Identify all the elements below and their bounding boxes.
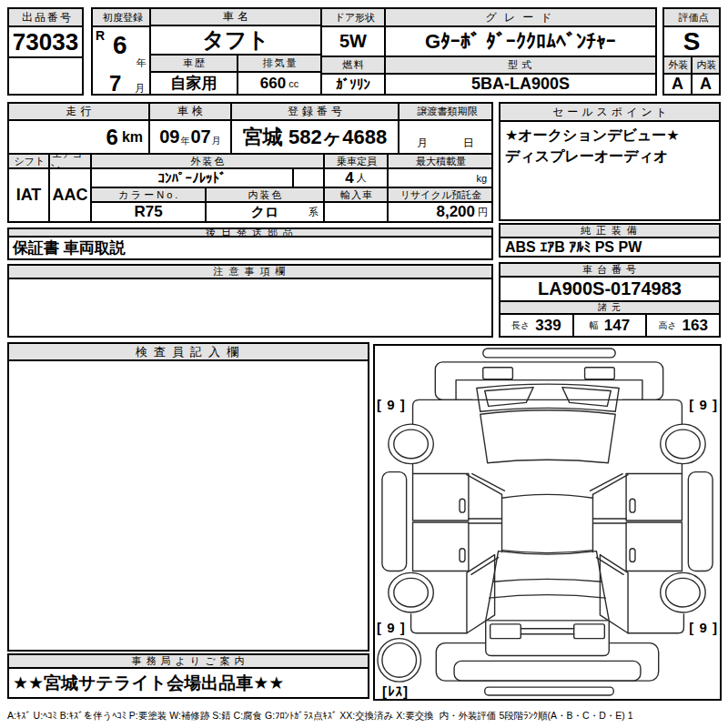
fuel-label: 燃料 — [322, 57, 384, 75]
diagram-mark-spare: [ﾚｽ] — [382, 683, 409, 699]
door-handle-rear-right — [630, 549, 635, 562]
dimension-width-cell: 幅 147 — [574, 315, 648, 336]
door-front-left — [413, 474, 469, 521]
max-load-unit: kg — [476, 173, 487, 184]
windshield — [480, 410, 615, 463]
length-label: 長さ — [511, 319, 530, 332]
equipment-label: 純正装備 — [500, 225, 719, 238]
shift-label: シフト — [9, 155, 48, 169]
door-handle-front-right — [630, 499, 635, 512]
office-notice-box: 事務局よりご案内 ★★宮城サテライト会場出品車★★ — [7, 653, 369, 699]
hatch-curve — [490, 595, 606, 598]
recycle-value: 8,200 — [436, 203, 475, 221]
diagram-mark-top-right: [ 9 ] — [689, 397, 718, 412]
roof-front-edge — [502, 494, 593, 498]
displacement-unit: cc — [288, 78, 298, 89]
exterior-color-suffix-cell — [294, 169, 325, 187]
capacity-cell: 4 人 — [325, 169, 389, 187]
mileage-label: 走行 — [9, 104, 150, 121]
max-load-cell: kg — [389, 169, 491, 187]
wheel-front-left-inner — [394, 430, 429, 459]
cabin-sides — [502, 494, 593, 551]
capacity-value: 4 — [345, 169, 353, 187]
diagram-mark-top-left: [ 9 ] — [377, 397, 406, 412]
interior-label: 内装 — [693, 57, 719, 75]
capacity-label: 乗車定員 — [325, 155, 389, 169]
car-diagram-box: [ 9 ] [ 9 ] [ 9 ] [ 9 ] [ﾚｽ] — [373, 344, 722, 701]
interior-value: A — [693, 75, 719, 94]
inspection-value-cell: 09 年 07 月 — [150, 121, 232, 153]
mileage-value: 6 — [106, 125, 118, 150]
registration-no-label: 登録番号 — [232, 104, 399, 121]
model-code-label: 型式 — [386, 57, 655, 75]
import-car-value — [325, 203, 389, 221]
history-label: 車歴 — [151, 56, 237, 73]
fender-rear-left — [411, 614, 467, 633]
door-rear-right — [626, 522, 682, 571]
first-reg-label: 初度登録 — [93, 9, 149, 27]
rear-window — [493, 551, 602, 582]
front-panel — [435, 362, 662, 400]
model-code-value: 5BA-LA900S — [386, 75, 655, 94]
transfer-docs-label: 譲渡書類期限 — [399, 104, 491, 121]
mileage-unit: km — [122, 129, 143, 146]
registration-no-value: 宮城 582ヶ4688 — [232, 121, 399, 153]
sales-point-line-2: ディスプレーオーディオ — [505, 146, 714, 167]
aircon-value: AAC — [50, 169, 90, 221]
recycle-cell: 8,200 円 — [389, 203, 491, 221]
info-box: 走行 車検 登録番号 譲渡書類期限 6 km 09 年 07 月 宮城 582ヶ… — [7, 102, 493, 223]
chassis-no-value: LA900S-0174983 — [500, 278, 719, 302]
wheel-front-right-inner — [666, 430, 701, 459]
transfer-day-unit: 日 — [463, 136, 474, 151]
a-pillar-left — [467, 474, 505, 495]
cautions-value — [9, 279, 491, 336]
width-label: 幅 — [590, 319, 599, 332]
inspection-month-unit: 月 — [212, 135, 221, 147]
interior-color-label: 内装色 — [207, 188, 325, 203]
hatch-sides — [486, 581, 610, 621]
auction-sheet: 出品番号 73033 初度登録 R 6 年 7 月 車名 タフト 車歴 自家用 — [0, 0, 728, 728]
diagram-mark-bottom-left: [ 9 ] — [377, 620, 406, 635]
auction-no-value: 73033 — [9, 27, 82, 58]
score-value: S — [664, 27, 719, 57]
inspection-year-unit: 年 — [181, 135, 190, 147]
headlight-right — [585, 368, 615, 379]
first-reg-era: R — [96, 28, 105, 43]
wiper-left — [485, 388, 533, 407]
score-label: 評価点 — [664, 9, 719, 27]
first-reg-month-unit: 月 — [135, 82, 145, 96]
front-grille — [456, 380, 642, 400]
a-pillar-right — [591, 474, 629, 495]
headlight-left — [483, 368, 513, 379]
mileage-value-cell: 6 km — [9, 121, 150, 153]
door-rear-left — [413, 522, 469, 571]
auction-no-box: 出品番号 73033 — [7, 7, 84, 96]
dimension-length-cell: 長さ 339 — [500, 315, 574, 336]
sales-point-box: セールスポイント ★オークションデビュー★ ディスプレーオーディオ — [499, 102, 721, 221]
shipped-later-value: 保証書 車両取説 — [9, 238, 491, 258]
max-load-label: 最大積載量 — [389, 155, 491, 169]
wheel-rear-left-inner — [394, 578, 429, 607]
door-front-right — [626, 474, 682, 521]
chassis-box: 車台番号 LA900S-0174983 諸元 長さ 339 幅 147 高さ 1… — [499, 262, 721, 338]
wiper-right — [562, 388, 611, 407]
transfer-month-unit: 月 — [417, 136, 428, 151]
rear-bottom-strip — [485, 687, 614, 695]
door-handle-front-left — [460, 499, 465, 512]
exterior-color-label: 外装色 — [92, 155, 325, 169]
first-reg-year: 6 — [113, 31, 127, 60]
auction-no-empty — [9, 58, 82, 94]
office-notice-value: ★★宮城サテライト会場出品車★★ — [9, 669, 368, 697]
car-name-value: タフト — [151, 26, 320, 56]
inspector-notes-label: 検査員記入欄 — [9, 344, 368, 361]
aircon-label: エアコン — [50, 155, 90, 169]
first-reg-month: 7 — [109, 71, 121, 96]
inspection-month: 07 — [191, 126, 211, 147]
rear-bumper-inner — [454, 661, 641, 681]
capacity-unit: 人 — [357, 171, 367, 185]
transfer-docs-cell: 月 日 — [399, 121, 491, 153]
interior-color-cell: クロ 系 — [207, 203, 325, 221]
inspection-label: 車検 — [150, 104, 232, 121]
dimension-height-cell: 高さ 163 — [647, 315, 719, 336]
inspector-notes-box: 検査員記入欄 — [7, 342, 369, 652]
